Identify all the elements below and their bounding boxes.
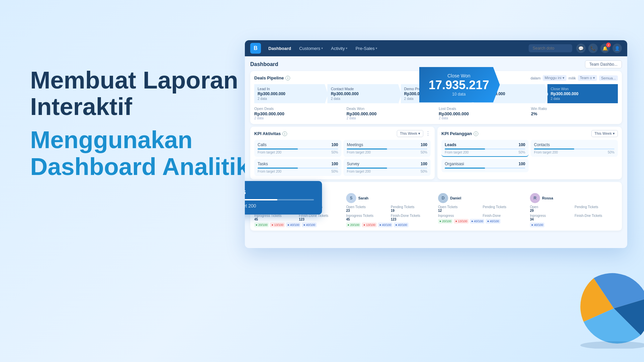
kpi-organisasi: Organisasi 100: [441, 159, 529, 172]
nav-presales[interactable]: Pre-Sales ▾: [352, 44, 381, 53]
title-line4: Dashboard Analitik: [30, 154, 258, 180]
stage-contact-made: Contact Made Rp300.000.000 2 data: [327, 84, 398, 103]
kpi-pelanggan-info[interactable]: i: [474, 131, 478, 136]
kpi-meetings: Meetings 100 From target 20050%: [343, 140, 431, 157]
kpi-pelanggan-card: KPI Pelanggan i This Week ▾ Leads 100 Fr…: [437, 127, 622, 179]
title-line2: Interaktif: [30, 94, 258, 120]
chat-icon[interactable]: 💬: [576, 44, 586, 53]
avatar-daniel: D: [438, 193, 448, 203]
close-won-data: 10 data: [429, 92, 489, 97]
notification-badge: 2: [606, 43, 611, 47]
kpi-aktivitas-info[interactable]: i: [282, 131, 287, 136]
kpi-contacts: Contacts From target 20050%: [531, 140, 618, 157]
lost-deals-stat: Lost Deals Rp300.000.000 2 data: [439, 107, 526, 120]
semua-filter[interactable]: Semua...: [599, 75, 618, 81]
avatar-rossa: R: [530, 193, 540, 203]
leads-tooltip-bar: [245, 199, 314, 200]
open-deals-stat: Open Deals Rp300.000.000 2 data: [254, 107, 341, 120]
team-member-rossa: R Rossa Open29 Pending Tickets Inprogres…: [530, 193, 618, 227]
left-panel: Membuat Laporan Interaktif Menggunakan D…: [30, 67, 258, 180]
close-won-amount: 17.935.217: [429, 78, 489, 92]
kpi-pelanggan-items: Leads 100 From target 20050% Contacts Fr…: [441, 140, 618, 172]
kpi-aktivitas-more[interactable]: ⋮: [425, 131, 431, 136]
team-dashboard-btn[interactable]: Team Dashbo...: [585, 60, 622, 68]
kpi-tasks: Tasks 100 From target 20050%: [254, 159, 341, 176]
svg-point-0: [580, 341, 644, 349]
stage-lead-in: Lead In Rp300.000.000 2 data: [254, 84, 325, 103]
pie-chart-wrapper: [574, 268, 644, 349]
team-member-daniel: D Daniel Open Tickets12 Pending Tickets …: [438, 193, 526, 227]
navbar: B Dashboard Customers ▾ Activity ▾ Pre-S…: [245, 40, 627, 56]
pie-chart: [574, 268, 644, 349]
stage-close-won: Close Won Rp300.000.000 2 data: [547, 84, 618, 103]
team-filter[interactable]: Team o ▾: [578, 75, 597, 81]
team-member-sarah: S Sarah Open Tickets23 Pending Tickets19…: [346, 193, 434, 227]
kpi-pelanggan-filter[interactable]: This Week ▾: [591, 130, 618, 137]
kpi-pelanggan-title: KPI Pelanggan i: [441, 131, 478, 136]
navbar-logo: B: [250, 43, 261, 54]
kpi-leads: Leads 100 From target 20050%: [441, 140, 529, 157]
nav-customers[interactable]: Customers ▾: [296, 44, 326, 53]
kpi-empty: [531, 159, 618, 172]
leads-tooltip-sub: From target 200: [245, 203, 314, 208]
close-won-banner: Close Won 17.935.217 10 data: [419, 67, 500, 103]
title-line1: Membuat Laporan: [30, 67, 258, 94]
notification-icon[interactable]: 🔔 2: [600, 44, 610, 53]
win-ratio-stat: Win Ratio 2%: [531, 107, 618, 120]
leads-tooltip: Leads From target 200: [245, 181, 322, 215]
deals-filters: dalam Minggu ini ▾ milik Team o ▾ Semua.…: [531, 75, 618, 81]
user-icon[interactable]: 👤: [612, 44, 622, 53]
kpi-survey: Survey 100 From target 20050%: [343, 159, 431, 176]
phone-icon[interactable]: 📞: [588, 44, 598, 53]
kpi-aktivitas-card: KPI Aktivitas i This Week ▾ ⋮ Calls 100: [250, 127, 435, 179]
leads-tooltip-title: Leads: [245, 187, 314, 196]
deals-pipeline-title: Deals Pipeline i: [254, 75, 290, 80]
title-line3: Menggunakan: [30, 127, 258, 153]
navbar-icons: 💬 📞 🔔 2 👤: [576, 44, 622, 53]
kpi-aktivitas-items: Calls 100 From target 20050% Meetings 10…: [254, 140, 431, 176]
kpi-aktivitas-filter[interactable]: This Week ▾: [397, 130, 423, 137]
nav-dashboard[interactable]: Dashboard: [265, 44, 294, 53]
kpi-row: KPI Aktivitas i This Week ▾ ⋮ Calls 100: [250, 127, 622, 179]
leads-tooltip-bar-fill: [245, 199, 277, 200]
minggu-filter[interactable]: Minggu ini ▾: [543, 75, 567, 81]
dash-title: Dashboard: [250, 61, 278, 67]
kpi-aktivitas-header: KPI Aktivitas i This Week ▾ ⋮: [254, 130, 431, 137]
kpi-pelanggan-header: KPI Pelanggan i This Week ▾: [441, 130, 618, 137]
avatar-sarah: S: [346, 193, 356, 203]
nav-activity[interactable]: Activity ▾: [328, 44, 351, 53]
search-input[interactable]: [529, 44, 572, 52]
kpi-calls: Calls 100 From target 20050%: [254, 140, 341, 157]
kpi-aktivitas-title: KPI Aktivitas i: [254, 131, 287, 136]
deals-won-stat: Deals Won Rp300.000.000 2 data: [346, 107, 433, 120]
deals-info-icon[interactable]: i: [285, 76, 290, 80]
summary-stats: Open Deals Rp300.000.000 2 data Deals Wo…: [254, 107, 618, 120]
close-won-label: Close Won: [429, 73, 489, 78]
